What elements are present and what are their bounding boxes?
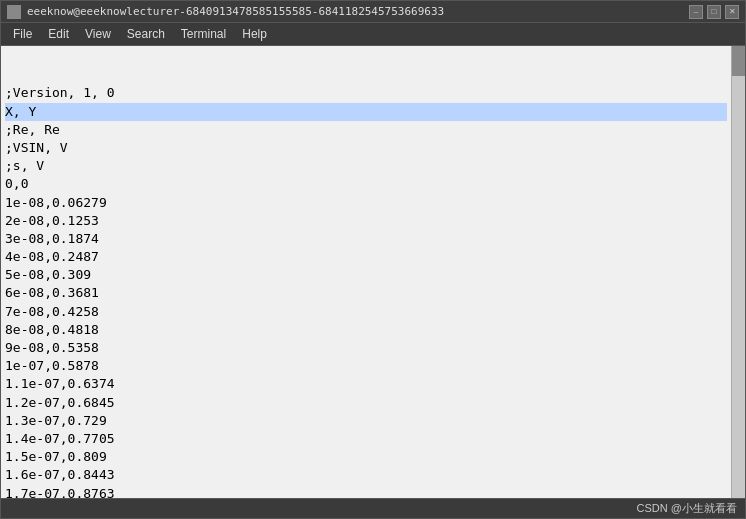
terminal-window: eeeknow@eeeknowlecturer-6840913478585155…: [0, 0, 746, 519]
editor-line: 5e-08,0.309: [5, 266, 727, 284]
editor-line: ;s, V: [5, 157, 727, 175]
menu-item-search[interactable]: Search: [119, 25, 173, 43]
editor-line: 1e-08,0.06279: [5, 194, 727, 212]
editor-line: X, Y: [5, 103, 727, 121]
status-text: CSDN @小生就看看: [637, 501, 737, 516]
editor-line: 1.2e-07,0.6845: [5, 394, 727, 412]
editor-line: 9e-08,0.5358: [5, 339, 727, 357]
editor-line: ;VSIN, V: [5, 139, 727, 157]
editor-line: 0,0: [5, 175, 727, 193]
editor-line: 1.6e-07,0.8443: [5, 466, 727, 484]
maximize-button[interactable]: □: [707, 5, 721, 19]
menu-item-help[interactable]: Help: [234, 25, 275, 43]
editor-line: 1.7e-07,0.8763: [5, 485, 727, 499]
menu-item-view[interactable]: View: [77, 25, 119, 43]
scrollbar[interactable]: [731, 46, 745, 498]
terminal-icon: [7, 5, 21, 19]
editor-line: 1.1e-07,0.6374: [5, 375, 727, 393]
editor-line: 7e-08,0.4258: [5, 303, 727, 321]
editor-line: 3e-08,0.1874: [5, 230, 727, 248]
menu-item-edit[interactable]: Edit: [40, 25, 77, 43]
editor-line: 1.3e-07,0.729: [5, 412, 727, 430]
status-bar: CSDN @小生就看看: [1, 498, 745, 518]
window-title: eeeknow@eeeknowlecturer-6840913478585155…: [27, 5, 444, 18]
editor-line: 4e-08,0.2487: [5, 248, 727, 266]
content-area: ;Version, 1, 0X, Y;Re, Re;VSIN, V;s, V0,…: [1, 46, 745, 498]
title-bar: eeeknow@eeeknowlecturer-6840913478585155…: [1, 1, 745, 23]
minimize-button[interactable]: –: [689, 5, 703, 19]
title-bar-buttons: – □ ✕: [689, 5, 739, 19]
editor-line: ;Version, 1, 0: [5, 84, 727, 102]
scrollbar-thumb[interactable]: [732, 46, 745, 76]
editor-line: 1e-07,0.5878: [5, 357, 727, 375]
editor-line: 1.4e-07,0.7705: [5, 430, 727, 448]
editor-line: 1.5e-07,0.809: [5, 448, 727, 466]
editor-line: ;Re, Re: [5, 121, 727, 139]
close-button[interactable]: ✕: [725, 5, 739, 19]
menu-item-file[interactable]: File: [5, 25, 40, 43]
menu-bar: FileEditViewSearchTerminalHelp: [1, 23, 745, 46]
editor-line: 6e-08,0.3681: [5, 284, 727, 302]
title-bar-left: eeeknow@eeeknowlecturer-6840913478585155…: [7, 5, 444, 19]
editor-line: 2e-08,0.1253: [5, 212, 727, 230]
text-editor[interactable]: ;Version, 1, 0X, Y;Re, Re;VSIN, V;s, V0,…: [1, 46, 731, 498]
menu-item-terminal[interactable]: Terminal: [173, 25, 234, 43]
editor-line: 8e-08,0.4818: [5, 321, 727, 339]
